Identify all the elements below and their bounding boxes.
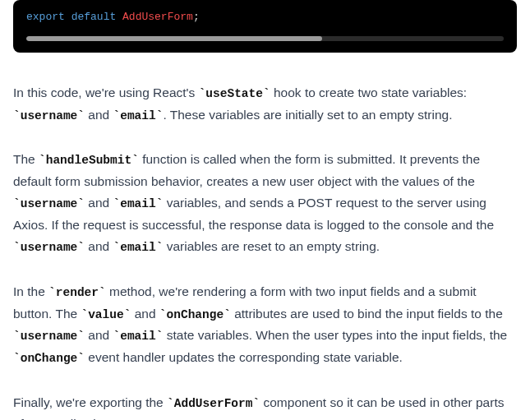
code-line: export default AddUserForm;: [26, 10, 504, 25]
text: event handler updates the corresponding …: [85, 350, 403, 364]
code-username: username: [13, 109, 85, 122]
code-terminator: ;: [193, 11, 200, 23]
horizontal-scrollbar[interactable]: [26, 36, 504, 41]
text: and: [85, 328, 113, 342]
text: variables are reset to an empty string.: [163, 239, 380, 253]
horizontal-scrollbar-thumb[interactable]: [26, 36, 322, 41]
code-keyword-default: default: [71, 11, 117, 23]
code-onChange: onChange: [159, 308, 231, 321]
code-onChange: onChange: [13, 352, 85, 365]
code-identifier: AddUserForm: [122, 11, 193, 23]
code-username: username: [13, 330, 85, 343]
paragraph-export: Finally, we're exporting the AddUserForm…: [13, 392, 517, 420]
text: and: [85, 108, 113, 122]
text: state variables. When the user types int…: [163, 328, 507, 342]
code-email: email: [113, 197, 164, 210]
code-keyword-export: export: [26, 11, 65, 23]
code-render: render: [48, 286, 106, 299]
code-useState: useState: [199, 87, 270, 100]
code-value: value: [81, 308, 131, 321]
text: and: [85, 239, 113, 253]
text: and: [131, 307, 159, 321]
code-handleSubmit: handleSubmit: [39, 154, 139, 167]
text: hook to create two state variables:: [270, 85, 468, 99]
code-block: export default AddUserForm;: [13, 0, 517, 53]
paragraph-render: In the render method, we're rendering a …: [13, 281, 517, 369]
code-username: username: [13, 241, 85, 254]
text: attributes are used to bind the input fi…: [231, 307, 503, 321]
code-username: username: [13, 197, 85, 210]
text: In the: [13, 284, 48, 298]
code-email: email: [113, 109, 164, 122]
paragraph-handlesubmit: The handleSubmit function is called when…: [13, 149, 517, 258]
code-email: email: [113, 330, 164, 343]
code-AddUserForm: AddUserForm: [167, 397, 260, 410]
text: . These variables are initially set to a…: [163, 108, 452, 122]
paragraph-usestate: In this code, we're using React's useSta…: [13, 82, 517, 126]
text: In this code, we're using React's: [13, 85, 199, 99]
code-email: email: [113, 241, 164, 254]
text: and: [85, 196, 113, 210]
document-page: export default AddUserForm; In this code…: [0, 0, 530, 420]
text: Finally, we're exporting the: [13, 395, 167, 409]
text: The: [13, 152, 39, 166]
